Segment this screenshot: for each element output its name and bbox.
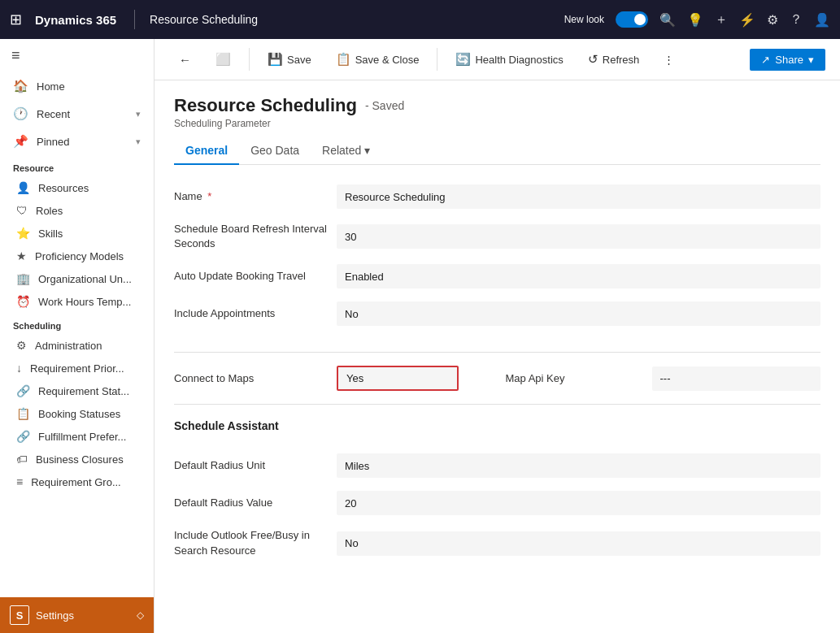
resources-icon: 👤 [16, 181, 30, 194]
sidebar-item-booking-statuses[interactable]: 📋 Booking Statuses [0, 402, 154, 425]
field-radius-value-value[interactable]: 20 [337, 491, 820, 515]
roles-icon: 🛡 [16, 204, 28, 217]
sidebar-org-label: Organizational Un... [38, 273, 132, 285]
share-icon: ↗ [761, 54, 770, 66]
field-autoupdate-row: Auto Update Booking Travel Enabled [174, 258, 820, 295]
sidebar-roles-label: Roles [36, 205, 63, 217]
settings-icon[interactable]: ⚙ [767, 12, 778, 28]
more-button[interactable]: ⋮ [654, 49, 684, 71]
settings-footer[interactable]: S Settings ◇ [0, 597, 154, 633]
work-hours-icon: ⏰ [16, 295, 30, 308]
page-subtitle: Scheduling Parameter [174, 118, 820, 129]
page-saved-status: - Saved [365, 99, 404, 112]
sidebar-item-roles[interactable]: 🛡 Roles [0, 199, 154, 222]
connect-maps-value[interactable]: Yes [337, 366, 459, 391]
section-divider [174, 352, 820, 353]
help-icon[interactable]: ？ [790, 11, 803, 28]
sidebar-item-administration[interactable]: ⚙ Administration [0, 334, 154, 357]
save-close-button[interactable]: 📋 Save & Close [326, 47, 429, 72]
field-radius-unit-label: Default Radius Unit [174, 458, 337, 473]
sidebar-fulfillment-label: Fulfillment Prefer... [38, 431, 126, 443]
home-icon: 🏠 [13, 79, 28, 93]
settings-avatar: S [10, 605, 29, 625]
map-api-value[interactable]: --- [652, 366, 821, 391]
hamburger-menu[interactable]: ≡ [0, 39, 154, 72]
health-diagnostics-button[interactable]: 🔄 Health Diagnostics [446, 47, 572, 72]
field-name-label: Name * [174, 189, 337, 204]
save-icon: 💾 [268, 52, 283, 67]
field-outlook-value[interactable]: No [337, 531, 820, 556]
more-icon: ⋮ [664, 54, 674, 66]
field-refresh-label: Schedule Board Refresh Interval Seconds [174, 222, 337, 251]
schedule-assistant-title: Schedule Assistant [155, 411, 840, 434]
connect-maps-row: Connect to Maps Yes Map Api Key --- [155, 359, 840, 397]
recent-icon: 🕐 [13, 106, 28, 121]
sidebar-workhours-label: Work Hours Temp... [38, 296, 131, 308]
tab-geo-data[interactable]: Geo Data [239, 137, 311, 165]
field-autoupdate-value[interactable]: Enabled [337, 264, 820, 288]
field-name-row: Name * Resource Scheduling [174, 178, 820, 215]
sidebar-item-resources[interactable]: 👤 Resources [0, 176, 154, 199]
user-icon[interactable]: 👤 [814, 12, 830, 28]
connect-maps-label: Connect to Maps [174, 372, 337, 384]
back-button[interactable]: ← [169, 48, 201, 72]
field-autoupdate-label: Auto Update Booking Travel [174, 269, 337, 284]
top-navigation: ⊞ Dynamics 365 Resource Scheduling New l… [0, 0, 840, 39]
sidebar-closures-label: Business Closures [36, 453, 124, 466]
field-outlook-row: Include Outlook Free/Busy in Search Reso… [174, 522, 820, 564]
lightbulb-icon[interactable]: 💡 [687, 12, 703, 28]
tab-related[interactable]: Related ▾ [311, 137, 381, 165]
tab-bar: General Geo Data Related ▾ [174, 137, 820, 165]
add-icon[interactable]: ＋ [715, 11, 728, 28]
nav-divider [134, 10, 135, 29]
save-button[interactable]: 💾 Save [258, 47, 321, 72]
field-radius-unit-value[interactable]: Miles [337, 453, 820, 478]
sidebar-item-recent[interactable]: 🕐 Recent ▾ [0, 100, 154, 128]
share-label: Share [775, 54, 803, 66]
sidebar-item-home[interactable]: 🏠 Home [0, 72, 154, 100]
admin-icon: ⚙ [16, 339, 27, 352]
sidebar-item-skills[interactable]: ⭐ Skills [0, 222, 154, 245]
grid-icon[interactable]: ⊞ [10, 11, 22, 28]
new-look-toggle[interactable] [616, 11, 648, 28]
sidebar-item-fulfillment[interactable]: 🔗 Fulfillment Prefer... [0, 425, 154, 448]
filter-icon[interactable]: ⚡ [739, 12, 755, 28]
booking-icon: 📋 [16, 407, 30, 420]
resource-section-title: Resource [0, 155, 154, 176]
sidebar-item-business-closures[interactable]: 🏷 Business Closures [0, 448, 154, 470]
sidebar-reqstatus-label: Requirement Stat... [38, 385, 129, 397]
field-refresh-value[interactable]: 30 [337, 224, 820, 249]
sidebar-item-req-status[interactable]: 🔗 Requirement Stat... [0, 379, 154, 402]
section-divider-2 [174, 404, 820, 405]
field-radius-value-label: Default Radius Value [174, 496, 337, 510]
sidebar-admin-label: Administration [35, 340, 102, 352]
tab-general[interactable]: General [174, 137, 239, 165]
sidebar-item-pinned[interactable]: 📌 Pinned ▾ [0, 128, 154, 155]
settings-label: Settings [36, 609, 74, 622]
sidebar-item-req-groups[interactable]: ≡ Requirement Gro... [0, 470, 154, 493]
sidebar-resources-label: Resources [38, 182, 89, 194]
sidebar-item-work-hours[interactable]: ⏰ Work Hours Temp... [0, 290, 154, 313]
pinned-icon: 📌 [13, 134, 28, 149]
field-appointments-value[interactable]: No [337, 301, 820, 326]
sidebar-item-req-priority[interactable]: ↓ Requirement Prior... [0, 357, 154, 379]
page-title-row: Resource Scheduling - Saved [174, 95, 820, 116]
sidebar-item-org-units[interactable]: 🏢 Organizational Un... [0, 267, 154, 290]
share-button[interactable]: ↗ Share ▾ [750, 49, 825, 71]
refresh-button[interactable]: ↺ Refresh [578, 47, 650, 72]
main-content: ← ⬜ 💾 Save 📋 Save & Close 🔄 Health Diagn… [155, 39, 840, 633]
sidebar-reqgroups-label: Requirement Gro... [31, 476, 121, 488]
sidebar-item-proficiency[interactable]: ★ Proficiency Models [0, 245, 154, 267]
save-close-label: Save & Close [355, 54, 420, 66]
field-refresh-row: Schedule Board Refresh Interval Seconds … [174, 215, 820, 258]
connect-maps-left: Connect to Maps Yes [174, 366, 490, 391]
sidebar-recent-label: Recent [37, 108, 70, 120]
search-icon[interactable]: 🔍 [659, 12, 676, 28]
map-api-label: Map Api Key [506, 372, 652, 384]
settings-pin-icon: ◇ [137, 609, 144, 621]
window-button[interactable]: ⬜ [206, 47, 241, 72]
sidebar-booking-label: Booking Statuses [38, 408, 120, 420]
field-name-value[interactable]: Resource Scheduling [337, 184, 820, 209]
app-title: Dynamics 365 [35, 13, 116, 27]
sidebar-proficiency-label: Proficiency Models [35, 250, 124, 262]
